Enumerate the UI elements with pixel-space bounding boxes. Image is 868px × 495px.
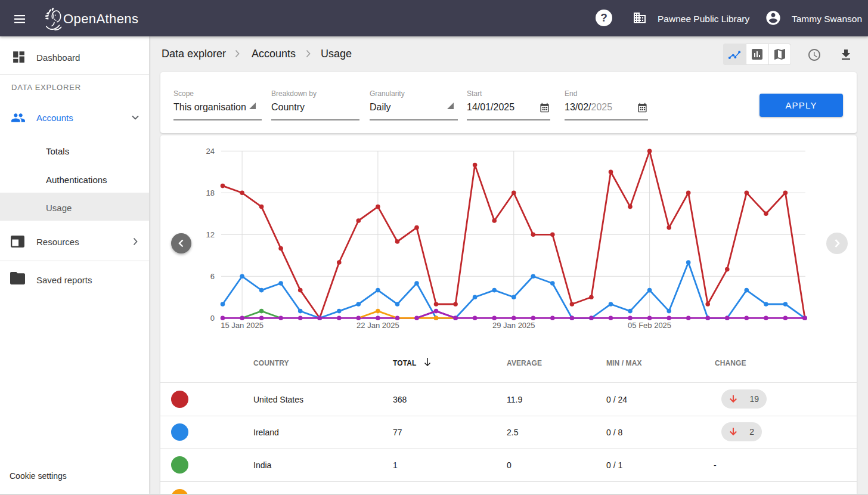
svg-text:12: 12 xyxy=(206,230,215,239)
svg-text:0: 0 xyxy=(210,314,215,323)
svg-text:22 Jan 2025: 22 Jan 2025 xyxy=(356,321,399,330)
svg-text:15 Jan 2025: 15 Jan 2025 xyxy=(221,321,264,330)
svg-text:18: 18 xyxy=(206,188,215,197)
svg-text:05 Feb 2025: 05 Feb 2025 xyxy=(628,321,671,330)
svg-text:29 Jan 2025: 29 Jan 2025 xyxy=(492,321,535,330)
svg-text:6: 6 xyxy=(210,272,215,281)
svg-text:24: 24 xyxy=(206,147,215,156)
